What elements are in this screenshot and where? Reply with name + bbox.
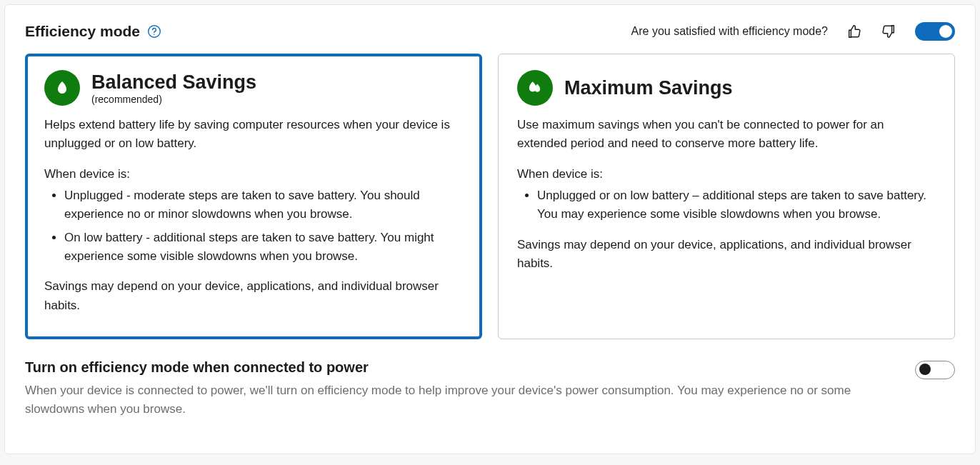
efficiency-mode-toggle[interactable] bbox=[915, 22, 955, 41]
balanced-when-label: When device is: bbox=[44, 165, 463, 184]
balanced-bullet: Unplugged - moderate steps are taken to … bbox=[64, 186, 463, 224]
power-setting-title: Turn on efficiency mode when connected t… bbox=[25, 359, 898, 376]
power-setting-toggle[interactable] bbox=[915, 361, 955, 379]
balanced-footer: Savings may depend on your device, appli… bbox=[44, 277, 463, 315]
power-setting-desc: When your device is connected to power, … bbox=[25, 381, 898, 419]
header: Efficiency mode Are you satisfied with e… bbox=[25, 22, 955, 41]
maximum-bullet: Unplugged or on low battery – additional… bbox=[537, 186, 936, 224]
feedback-question: Are you satisfied with efficiency mode? bbox=[631, 25, 828, 38]
maximum-when-label: When device is: bbox=[517, 165, 936, 184]
help-icon[interactable] bbox=[147, 24, 161, 39]
balanced-title: Balanced Savings bbox=[91, 71, 256, 94]
maximum-desc: Use maximum savings when you can't be co… bbox=[517, 116, 936, 154]
thumbs-down-icon[interactable] bbox=[881, 24, 896, 39]
maximum-footer: Savings may depend on your device, appli… bbox=[517, 236, 936, 274]
balanced-subtitle: (recommended) bbox=[91, 94, 256, 105]
maximum-title: Maximum Savings bbox=[564, 76, 733, 99]
balanced-savings-card[interactable]: Balanced Savings (recommended) Helps ext… bbox=[25, 54, 482, 339]
svg-point-1 bbox=[154, 34, 155, 36]
maximum-savings-card[interactable]: Maximum Savings Use maximum savings when… bbox=[498, 54, 955, 339]
leaves-icon bbox=[517, 70, 553, 106]
leaf-icon bbox=[44, 70, 80, 106]
balanced-bullet: On low battery - additional steps are ta… bbox=[64, 229, 463, 266]
section-title: Efficiency mode bbox=[25, 23, 140, 40]
thumbs-up-icon[interactable] bbox=[846, 24, 862, 39]
balanced-desc: Helps extend battery life by saving comp… bbox=[44, 116, 463, 154]
